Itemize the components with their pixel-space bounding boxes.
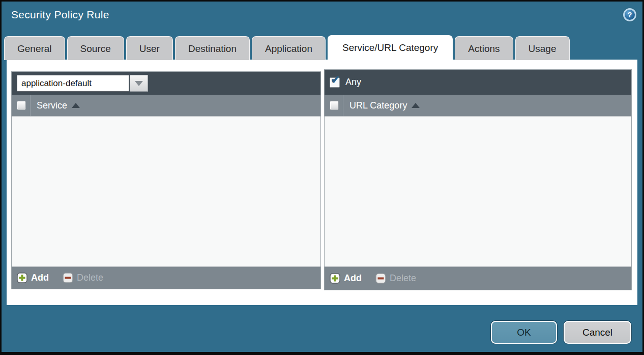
cancel-button[interactable]: Cancel [564,321,631,344]
url-category-select-all-cell [325,95,343,116]
service-panel-footer: Add Delete [12,266,320,289]
minus-icon [375,273,386,284]
plus-icon [330,273,340,284]
help-icon[interactable]: ? [623,8,636,21]
tab-actions[interactable]: Actions [455,36,513,60]
url-category-table-header: URL Category [325,95,631,117]
tab-general[interactable]: General [4,36,65,60]
tab-source[interactable]: Source [67,36,124,60]
any-checkbox-label[interactable]: Any [345,77,361,88]
delete-button-label: Delete [77,272,103,283]
dialog-title: Security Policy Rule [11,9,109,21]
add-service-button[interactable]: Add [17,272,49,283]
service-panel-header [12,72,320,95]
service-type-dropdown[interactable] [17,75,148,92]
plus-icon [17,272,27,283]
url-category-panel: ✔ Any URL Category [324,69,632,290]
security-policy-rule-dialog: Security Policy Rule ? General Source Us… [0,0,644,355]
chevron-down-icon[interactable] [130,75,148,92]
ok-button[interactable]: OK [491,321,557,344]
add-button-label: Add [344,273,362,284]
add-url-category-button[interactable]: Add [330,273,362,284]
tab-service-url-category[interactable]: Service/URL Category [328,35,453,60]
minus-icon [63,272,73,283]
url-category-select-all-checkbox[interactable] [330,101,339,110]
service-type-input[interactable] [17,75,129,92]
url-category-panel-header: ✔ Any [325,70,631,95]
delete-service-button[interactable]: Delete [63,272,103,283]
tab-content-area: Service Add [7,60,637,305]
service-column-header[interactable]: Service [37,100,67,111]
service-select-all-checkbox[interactable] [17,101,26,110]
service-select-all-cell [12,95,31,116]
sort-ascending-icon [72,103,80,108]
url-category-panel-footer: Add Delete [325,266,631,290]
tab-destination[interactable]: Destination [175,36,250,60]
service-panel: Service Add [11,71,321,289]
add-button-label: Add [31,272,49,283]
any-checkbox[interactable]: ✔ [330,77,340,88]
service-table-header: Service [12,95,320,117]
dropdown-arrow-glyph [135,81,143,86]
tab-application[interactable]: Application [252,36,326,60]
delete-url-category-button[interactable]: Delete [375,273,416,284]
tab-usage[interactable]: Usage [515,36,570,60]
checkmark-icon: ✔ [331,74,340,86]
delete-button-label: Delete [390,273,416,284]
dialog-background: Security Policy Rule ? General Source Us… [2,2,642,352]
sort-ascending-icon [412,103,420,108]
tab-user[interactable]: User [126,36,173,60]
tab-bar: General Source User Destination Applicat… [4,36,570,60]
url-category-list [325,117,631,266]
url-category-column-header[interactable]: URL Category [349,100,407,111]
service-list [12,117,320,266]
help-question-glyph: ? [628,11,632,18]
